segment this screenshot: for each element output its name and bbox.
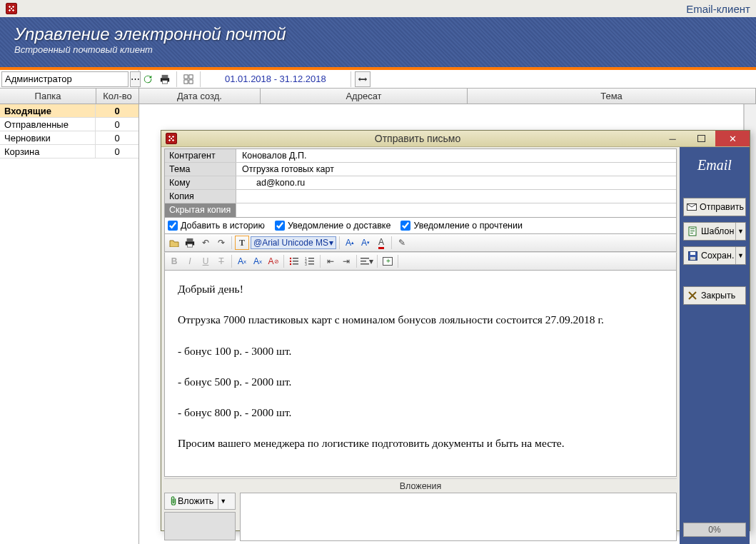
minimize-button[interactable]: ─ (658, 131, 687, 146)
col-subject[interactable]: Тема (468, 89, 756, 104)
compose-window: Отправить письмо ─ ✕ Контрагент Коновало… (161, 130, 750, 531)
check-read[interactable]: Уведомление о прочтении (400, 221, 523, 231)
svg-rect-25 (361, 263, 369, 265)
attachment-list[interactable] (240, 493, 677, 541)
label-to: Кому (165, 176, 236, 189)
font-shrink-icon[interactable]: A▾ (358, 236, 373, 250)
italic-icon[interactable]: I (183, 254, 197, 268)
save-button[interactable]: Сохран. ▼ (683, 246, 746, 265)
col-recipient[interactable]: Адресат (261, 89, 468, 104)
redo-icon[interactable]: ↷ (214, 236, 228, 250)
chevron-down-icon[interactable]: ▼ (218, 493, 228, 509)
subject-input[interactable] (242, 164, 670, 174)
font-color-icon[interactable]: A (374, 236, 388, 250)
svg-rect-8 (187, 238, 193, 241)
row-contragent: Контрагент Коновалов Д.П. (165, 149, 676, 163)
folder-count: 0 (96, 131, 138, 144)
document-icon (687, 226, 698, 237)
subscript-icon[interactable]: Ax (235, 254, 249, 268)
close-label: Закрыть (701, 291, 735, 301)
close-compose-button[interactable]: Закрыть (683, 286, 746, 305)
cancel-icon (687, 290, 698, 301)
font-grow-icon[interactable]: A▴ (343, 236, 357, 250)
label-subject: Тема (165, 163, 236, 176)
row-bcc: Скрытая копия (165, 203, 676, 217)
app-title-bar: Email-клиент (0, 0, 756, 17)
sep (356, 255, 357, 268)
user-browse-button[interactable]: ⋯ (130, 71, 141, 87)
to-input[interactable] (256, 178, 670, 188)
dice-icon (166, 133, 177, 144)
align-icon[interactable]: ▾ (360, 254, 374, 268)
folder-row-Корзина[interactable]: Корзина0 (0, 145, 138, 158)
svg-rect-4 (189, 74, 193, 78)
sep (339, 236, 340, 249)
svg-rect-35 (690, 257, 695, 260)
undo-icon[interactable]: ↶ (198, 236, 213, 250)
progress-text: 0% (708, 525, 720, 535)
check-delivery[interactable]: Уведомление о доставке (275, 221, 390, 231)
print2-icon[interactable] (183, 236, 197, 250)
main-toolbar: ⋯ 01.01.2018 - 31.12.2018 (0, 70, 756, 89)
progress-bar: 0% (683, 523, 746, 537)
template-button[interactable]: Шаблон ▼ (683, 222, 746, 241)
superscript-icon[interactable]: Ax (251, 254, 265, 268)
refresh-icon[interactable] (140, 71, 156, 87)
send-label: Отправить (700, 202, 744, 212)
col-date[interactable]: Дата созд. (139, 89, 261, 104)
chevron-down-icon[interactable]: ▼ (735, 223, 745, 240)
maximize-button[interactable] (687, 131, 715, 146)
dice-icon (6, 3, 17, 14)
bcc-input[interactable] (242, 205, 670, 215)
chevron-down-icon[interactable]: ▼ (735, 247, 745, 264)
message-body-editor[interactable]: Добрый день! Отгрузка 7000 пластиковых к… (164, 271, 677, 477)
page-banner: Управление электронной почтой Встроенный… (0, 17, 756, 67)
folder-name: Отправленные (0, 118, 96, 131)
svg-rect-6 (189, 79, 193, 83)
svg-rect-23 (361, 258, 369, 259)
open-icon[interactable] (167, 236, 181, 250)
indent-icon[interactable]: ⇥ (339, 254, 353, 268)
insert-image-icon[interactable]: + (380, 254, 395, 268)
font-button[interactable]: T (235, 236, 249, 250)
folder-row-Отправленные[interactable]: Отправленные0 (0, 118, 138, 131)
svg-rect-31 (690, 231, 695, 231)
user-input[interactable] (1, 71, 128, 87)
outdent-icon[interactable]: ⇤ (323, 254, 338, 268)
underline-icon[interactable]: U (198, 254, 213, 268)
svg-rect-22 (308, 263, 314, 265)
svg-rect-34 (690, 252, 695, 255)
svg-rect-16 (293, 263, 298, 265)
cc-input[interactable] (242, 191, 670, 201)
clear-format-icon[interactable]: A⊘ (266, 254, 281, 268)
page-heading: Управление электронной почтой (14, 24, 742, 44)
number-list-icon[interactable]: 123 (303, 254, 317, 268)
bold-icon[interactable]: B (167, 254, 181, 268)
folder-row-Входящие[interactable]: Входящие0 (0, 104, 138, 118)
print-icon[interactable] (157, 71, 173, 87)
check-history[interactable]: Добавить в историю (168, 221, 265, 231)
col-folder[interactable]: Папка (0, 89, 96, 104)
date-range-label[interactable]: 01.01.2018 - 31.12.2018 (203, 74, 348, 84)
strike-icon[interactable]: T (214, 254, 228, 268)
page-subheading: Встроенный почтовый клиент (14, 44, 742, 55)
compose-title-bar[interactable]: Отправить письмо ─ ✕ (161, 131, 750, 147)
svg-rect-30 (690, 228, 695, 229)
compose-title: Отправить письмо (177, 133, 658, 144)
expand-icon[interactable] (355, 71, 371, 87)
grid-icon[interactable] (181, 71, 196, 87)
font-selector[interactable]: @Arial Unicode MS▾ (251, 236, 336, 249)
close-button[interactable]: ✕ (715, 131, 750, 146)
attach-button[interactable]: Вложить ▼ (164, 493, 236, 510)
send-button[interactable]: Отправить (683, 198, 746, 216)
svg-point-13 (290, 261, 291, 262)
editor-toolbar-row1: ↶ ↷ T @Arial Unicode MS▾ A▴ A▾ A ✎ (164, 234, 677, 252)
col-count[interactable]: Кол-во (96, 89, 139, 104)
body-p3: - бонус 100 р. - 3000 шт. (178, 343, 663, 359)
highlight-icon[interactable]: ✎ (395, 236, 409, 250)
folder-row-Черновики[interactable]: Черновики0 (0, 131, 138, 145)
folder-panel: Входящие0Отправленные0Черновики0Корзина0 (0, 104, 139, 544)
bullet-list-icon[interactable] (287, 254, 301, 268)
folder-count: 0 (96, 145, 138, 158)
value-contragent[interactable]: Коновалов Д.П. (236, 149, 676, 162)
